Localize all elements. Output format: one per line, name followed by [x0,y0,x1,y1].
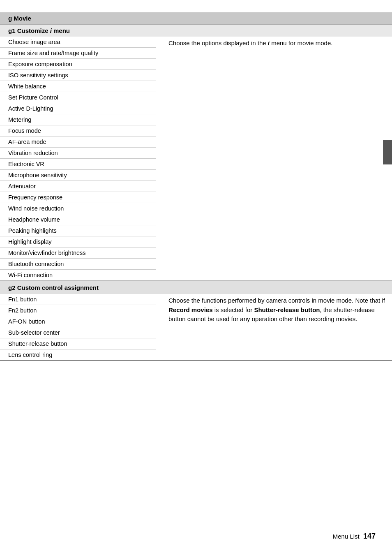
g1-item-label-metering: Metering [0,114,156,125]
g2-item-label-lens-control: Lens control ring [0,349,156,361]
g1-item-label-bluetooth: Bluetooth connection [0,259,156,270]
g2-desc-record-movies: Record movies [168,306,213,313]
g1-header: g1 Customize i menu [0,25,392,37]
g1-item-label-af-area: AF-area mode [0,137,156,148]
footer-page-number: 147 [361,532,376,540]
g1-description: Choose the options displayed in the i me… [156,37,392,281]
g2-item-label-fn1: Fn1 button [0,294,156,305]
g2-description: Choose the functions performed by camera… [156,294,392,361]
desc-i-icon: i [268,39,270,46]
g1-item-label-wind-noise: Wind noise reduction [0,203,156,214]
g2-item-label-shutter: Shutter-release button [0,338,156,349]
g1-item-choose-image-area: Choose image area Choose the options dis… [0,37,392,48]
g1-item-label-picture-control: Set Picture Control [0,92,156,103]
g1-item-label-frequency: Frequency response [0,192,156,203]
g2-item-label-fn2: Fn2 button [0,305,156,316]
g-movie-header-row: g Movie [0,12,392,25]
g1-item-label-exposure: Exposure compensation [0,59,156,70]
g1-header-text: g1 Customize i menu [8,27,70,34]
main-table: g Movie g1 Customize i menu Choose image… [0,12,392,361]
g1-item-label-monitor: Monitor/viewfinder brightness [0,248,156,259]
g1-item-label-frame-size: Frame size and rate/Image quality [0,48,156,59]
g1-item-label-wifi: Wi-Fi connection [0,270,156,281]
g1-header-row: g1 Customize i menu [0,25,392,37]
g2-header: g2 Custom control assignment [0,281,392,294]
g1-item-label-highlight-display: Highlight display [0,236,156,248]
g1-item-label-iso: ISO sensitivity settings [0,70,156,81]
g2-header-row: g2 Custom control assignment [0,281,392,294]
g2-desc-shutter-release: Shutter-release button [254,306,320,313]
g1-icon: i [50,27,52,34]
page-footer: Menu List 147 [333,532,376,541]
g2-item-label-sub-selector: Sub-selector center [0,327,156,338]
g1-item-label-attenuator: Attenuator [0,181,156,192]
bottom-border-row [0,361,392,361]
g2-item-fn1: Fn1 button Choose the functions performe… [0,294,392,305]
page-container: g Movie g1 Customize i menu Choose image… [0,0,392,553]
g1-item-label-focus-mode: Focus mode [0,125,156,137]
side-tab [383,140,392,164]
g2-item-label-af-on: AF-ON button [0,316,156,327]
footer-label: Menu List [333,533,360,540]
g1-item-label-headphone: Headphone volume [0,214,156,225]
g1-item-label-electronic-vr: Electronic VR [0,159,156,170]
g1-item-label-peaking: Peaking highlights [0,225,156,236]
g1-item-label-white-balance: White balance [0,81,156,92]
g1-item-label-d-lighting: Active D-Lighting [0,103,156,114]
g-movie-header: g Movie [0,12,392,25]
g1-item-label-microphone: Microphone sensitivity [0,170,156,181]
g1-item-label-choose-image-area: Choose image area [0,37,156,48]
g1-item-label-vibration: Vibration reduction [0,148,156,159]
